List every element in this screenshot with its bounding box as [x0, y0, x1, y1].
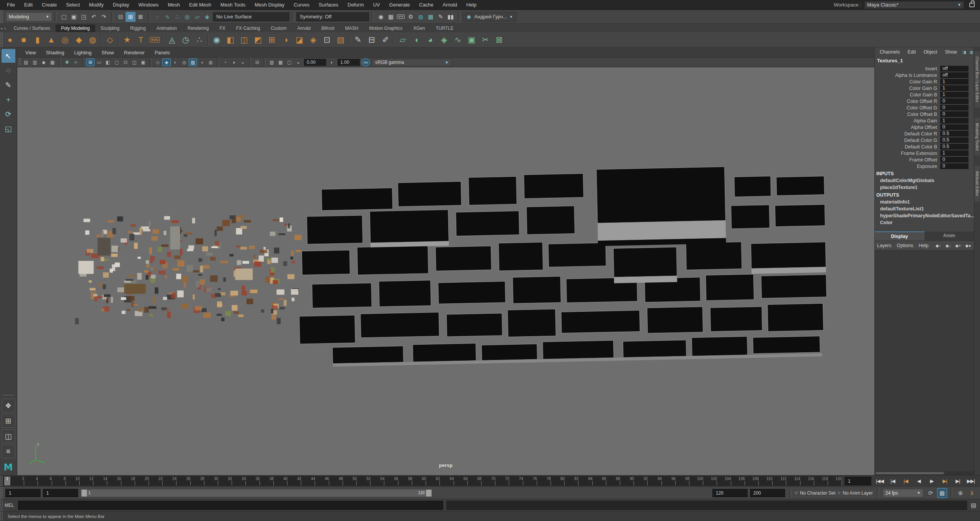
gamma-icon[interactable]: ◐ [328, 59, 336, 66]
separator[interactable] [292, 12, 294, 22]
shelf-tab[interactable]: TURTLE [430, 24, 459, 32]
layout-two-pane[interactable]: ◫ [2, 429, 15, 443]
menu-item[interactable]: Display [109, 1, 133, 9]
quad-draw-icon[interactable]: ◈ [306, 33, 320, 47]
sculpt-objects-icon[interactable]: ◉ [210, 33, 224, 47]
shelf-tab[interactable]: Rigging [125, 24, 151, 32]
extract-icon[interactable]: ◪ [292, 33, 306, 47]
layout-outliner-persp[interactable]: ≡ [2, 444, 15, 458]
move-tool[interactable]: ＋ [2, 93, 15, 106]
color-managed-toggle[interactable]: ON [361, 59, 370, 66]
select-hierarchy-icon[interactable]: ⊟ [116, 12, 126, 22]
paint-effects-icon[interactable]: ✎ [436, 12, 446, 22]
shelf-tab[interactable]: XGen [408, 24, 431, 32]
shelf-menu-icon[interactable]: ≡ [4, 27, 6, 31]
snap-to-curves-icon[interactable]: ∿ [162, 12, 172, 22]
poly-cone-icon[interactable]: ▲ [44, 33, 58, 47]
menu-item[interactable]: UV [369, 1, 384, 9]
channels-menu[interactable]: Channels [876, 49, 903, 55]
shelf-tab[interactable]: Rendering [182, 24, 214, 32]
render-view-icon[interactable]: ◉ [376, 12, 386, 22]
make-live-icon[interactable]: ◈ [202, 12, 212, 22]
animation-preferences-icon[interactable]: ▦ [937, 488, 947, 498]
pause-viewport-icon[interactable]: ▮▮ [446, 12, 456, 22]
menu-item[interactable]: Modify [85, 1, 108, 9]
origin-reset-icon[interactable]: ∴ [193, 33, 206, 47]
menu-item[interactable]: Mesh [164, 1, 184, 9]
menu-item[interactable]: Select [62, 1, 83, 9]
svg-tool-icon[interactable]: SVG [148, 33, 162, 47]
drag-handle[interactable] [0, 499, 3, 511]
shelf-tab[interactable]: Arnold [292, 24, 316, 32]
attribute-label[interactable]: Color Gain G [909, 86, 937, 91]
attribute-value-field[interactable]: 0.5 [940, 144, 969, 150]
range-start-handle[interactable] [82, 490, 87, 497]
attribute-label[interactable]: Default Color R [905, 131, 937, 137]
attribute-label[interactable]: Default Color B [905, 144, 937, 150]
panel-menu-item[interactable]: Shading [41, 49, 69, 56]
step-back-frame-button[interactable]: |◀ [887, 477, 899, 486]
select-object-icon[interactable]: ⊞ [126, 12, 136, 22]
cut-uv-icon[interactable]: ✂ [479, 33, 492, 47]
attribute-label[interactable]: Invert [925, 66, 937, 72]
boolean-icon[interactable]: ◩ [251, 33, 265, 47]
viewport-canvas[interactable]: y persp [17, 67, 874, 475]
pane-menu-icon[interactable]: ▢ [285, 59, 294, 66]
create-curve-icon[interactable]: ✎ [351, 33, 365, 47]
rotate-tool[interactable]: ⟳ [2, 107, 15, 121]
menu-item[interactable]: Generate [385, 1, 414, 9]
uv-editor-icon[interactable]: ▣ [465, 33, 479, 47]
planar-projection-icon[interactable]: ▱ [396, 33, 410, 47]
menu-item[interactable]: File [3, 1, 19, 9]
object-menu[interactable]: Object [920, 49, 941, 55]
drag-handle[interactable] [18, 58, 21, 65]
attribute-value-field[interactable]: 1 [940, 85, 969, 91]
attribute-label[interactable]: Frame Offset [909, 157, 937, 163]
exposure-toggle-icon[interactable]: ◒ [238, 59, 247, 66]
xray-joints-icon[interactable]: ◕ [230, 59, 238, 66]
shadows-icon[interactable]: ◑ [198, 59, 206, 66]
drag-handle[interactable] [0, 487, 3, 499]
2d-pan-zoom-icon[interactable]: ✥ [63, 59, 71, 66]
command-result-field[interactable] [446, 501, 967, 510]
select-camera-icon[interactable]: ▤ [22, 59, 30, 66]
separator[interactable] [371, 12, 374, 22]
shelf-tab[interactable]: FX [214, 24, 230, 32]
poly-cylinder-icon[interactable]: ▮ [31, 33, 44, 47]
tab-channel-box-layer-editor[interactable]: Channel Box / Layer Editor [975, 51, 980, 108]
auto-keyframe-icon[interactable]: ⊕ [956, 488, 965, 498]
attribute-label[interactable]: Default Color G [904, 138, 937, 143]
image-plane-icon[interactable]: ▦ [48, 59, 57, 66]
wireframe-on-shaded-icon[interactable]: ▨ [189, 59, 197, 66]
edit-menu[interactable]: Edit [904, 49, 920, 55]
attribute-value-field[interactable]: 0 [940, 163, 969, 169]
new-empty-layer-icon[interactable]: ◆+ [955, 242, 962, 249]
shelf-tab[interactable]: Motion Graphics [364, 24, 408, 32]
options-menu[interactable]: Options [897, 243, 913, 248]
film-gate-icon[interactable]: ▭ [95, 59, 103, 66]
go-to-end-button[interactable]: ▶▶| [965, 477, 977, 486]
type-tool-icon[interactable]: T [134, 33, 148, 47]
render-current-frame-icon[interactable]: ▦ [386, 12, 396, 22]
shelf-tab[interactable]: Animation [151, 24, 182, 32]
snap-to-view-planes-icon[interactable]: ▱ [192, 12, 202, 22]
attribute-label[interactable]: Alpha Is Luminance [895, 73, 937, 78]
shelf-tab[interactable]: Curves / Surfaces [8, 24, 56, 32]
poly-cube-icon[interactable]: ■ [17, 33, 31, 47]
output-node[interactable]: Color [875, 219, 974, 226]
lasso-tool[interactable]: ◌ [2, 63, 15, 77]
attribute-label[interactable]: Color Offset B [907, 112, 937, 117]
go-to-start-button[interactable]: |◀◀ [874, 477, 886, 486]
attribute-label[interactable]: Alpha Gain [913, 118, 937, 124]
drag-handle[interactable] [0, 10, 3, 23]
optimize-uv-icon[interactable]: ⊠ [492, 33, 506, 47]
spherical-projection-icon[interactable]: ◕ [423, 33, 437, 47]
show-menu[interactable]: Show [942, 49, 960, 55]
fps-select[interactable]: 24 fps ▼ [883, 489, 923, 497]
output-node[interactable]: defaultTextureList1 [875, 205, 974, 212]
super-shape-icon[interactable]: ★ [120, 33, 134, 47]
attribute-value-field[interactable]: 1 [940, 79, 969, 85]
attribute-value-field[interactable]: 0 [940, 105, 969, 111]
attribute-label[interactable]: Color Offset G [906, 105, 937, 111]
drag-handle[interactable] [0, 32, 3, 47]
